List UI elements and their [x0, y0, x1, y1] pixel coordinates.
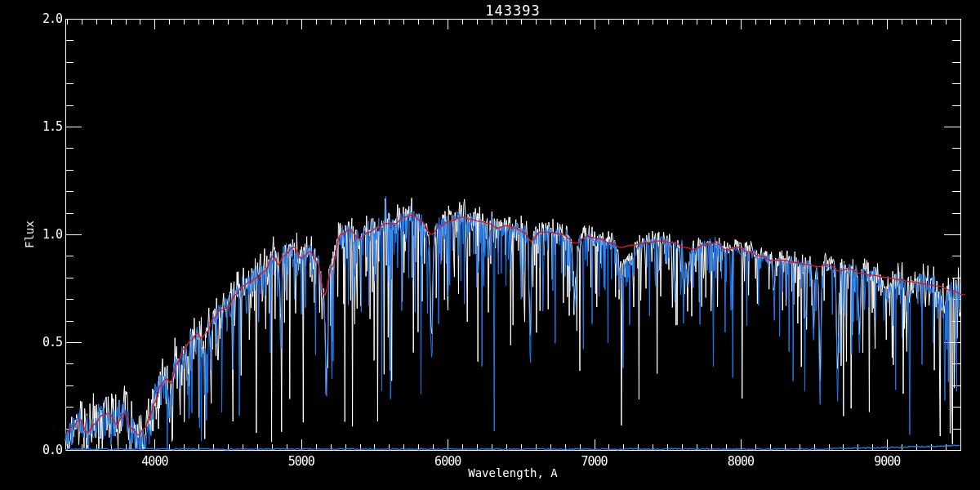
y-tick-label: 0.5 [26, 335, 62, 350]
x-tick-label: 4000 [128, 454, 180, 469]
y-tick-label: 1.5 [26, 119, 62, 134]
x-tick-label: 9000 [861, 454, 913, 469]
x-tick-label: 5000 [275, 454, 327, 469]
y-tick-label: 1.0 [26, 227, 62, 242]
y-tick-label: 2.0 [26, 11, 62, 26]
y-tick-label: 0.0 [26, 443, 62, 457]
x-tick-label: 6000 [421, 454, 474, 469]
plot-title: 143393 [65, 2, 960, 19]
spectrum-figure: 143393 Wavelength, A Flux 40005000600070… [0, 0, 980, 490]
spectrum-plot-canvas [0, 0, 980, 490]
x-tick-label: 7000 [568, 454, 621, 469]
x-axis-label: Wavelength, A [65, 466, 960, 479]
x-tick-label: 8000 [715, 454, 767, 469]
